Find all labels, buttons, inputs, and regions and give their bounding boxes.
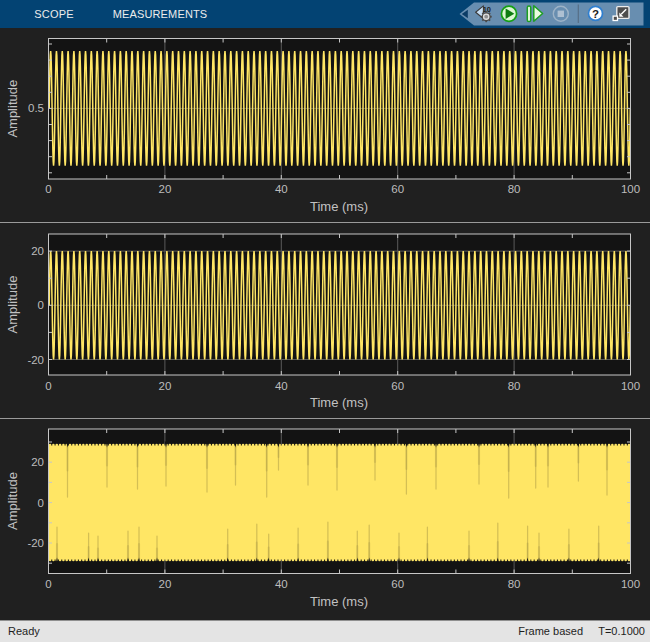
svg-text:Time (ms): Time (ms) xyxy=(310,594,368,609)
svg-text:20: 20 xyxy=(31,245,44,257)
svg-text:0: 0 xyxy=(38,299,44,311)
svg-text:20: 20 xyxy=(159,578,172,590)
svg-text:0: 0 xyxy=(45,183,51,195)
svg-text:60: 60 xyxy=(391,183,404,195)
svg-text:100: 100 xyxy=(621,578,640,590)
svg-text:Time (ms): Time (ms) xyxy=(310,395,368,410)
svg-text:0: 0 xyxy=(45,380,51,392)
svg-text:20: 20 xyxy=(31,456,44,468)
svg-text:-20: -20 xyxy=(27,537,44,549)
svg-text:Amplitude: Amplitude xyxy=(5,80,20,138)
svg-text:60: 60 xyxy=(391,380,404,392)
svg-text:40: 40 xyxy=(275,380,288,392)
svg-text:0: 0 xyxy=(45,578,51,590)
svg-text:40: 40 xyxy=(275,183,288,195)
svg-text:Time (ms): Time (ms) xyxy=(310,199,368,214)
svg-text:?: ? xyxy=(592,8,599,20)
svg-text:20: 20 xyxy=(159,380,172,392)
svg-text:60: 60 xyxy=(391,578,404,590)
svg-text:Amplitude: Amplitude xyxy=(5,276,20,334)
svg-text:0.5: 0.5 xyxy=(28,102,44,114)
svg-text:Amplitude: Amplitude xyxy=(5,472,20,530)
svg-text:100: 100 xyxy=(621,380,640,392)
svg-text:100: 100 xyxy=(621,183,640,195)
svg-text:40: 40 xyxy=(275,578,288,590)
svg-text:80: 80 xyxy=(508,183,521,195)
svg-text:-20: -20 xyxy=(27,354,44,366)
svg-text:0: 0 xyxy=(38,497,44,509)
svg-text:80: 80 xyxy=(508,380,521,392)
svg-text:20: 20 xyxy=(159,183,172,195)
svg-text:80: 80 xyxy=(508,578,521,590)
